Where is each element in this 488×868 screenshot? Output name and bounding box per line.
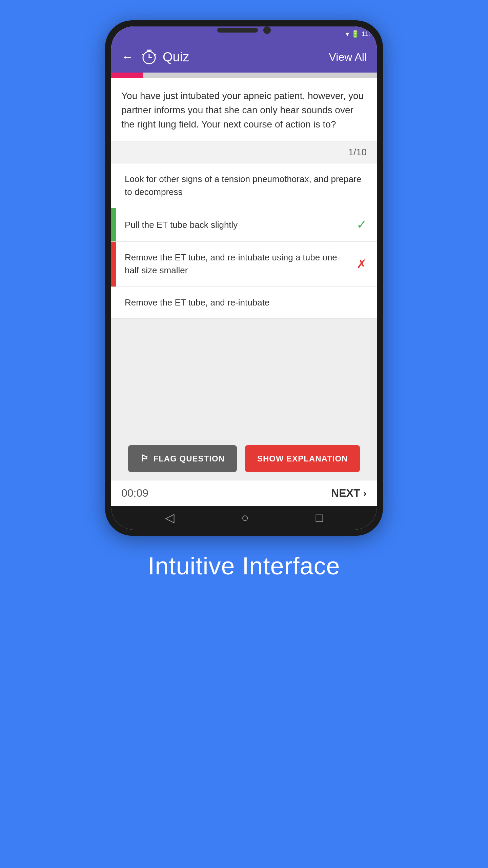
question-area: You have just intubated your apneic pati…	[111, 78, 377, 141]
back-nav-icon[interactable]: ◁	[165, 511, 175, 525]
phone-device: ▾ 🔋 11: ← Quiz View All	[105, 20, 383, 536]
nav-bar: ◁ ○ □	[111, 506, 377, 530]
answer-option-1[interactable]: Look for other signs of a tension pneumo…	[111, 163, 377, 208]
answer-sidebar-3	[111, 242, 116, 286]
answer-text-3: Remove the ET tube, and re-intubate usin…	[121, 251, 352, 277]
progress-bar-fill	[111, 73, 143, 78]
answers-container: Look for other signs of a tension pneumo…	[111, 163, 377, 319]
timer-text: 00:09	[121, 487, 148, 499]
timer-icon	[140, 48, 158, 66]
header-title: Quiz	[163, 50, 329, 64]
progress-bar-container	[111, 73, 377, 78]
show-explanation-button[interactable]: SHOW EXPLANATION	[245, 445, 360, 472]
wifi-icon: ▾	[346, 30, 349, 38]
bottom-buttons: 🏳 FLAG QUESTION SHOW EXPLANATION	[111, 437, 377, 480]
home-nav-icon[interactable]: ○	[241, 511, 249, 525]
bottom-text: Intuitive Interface	[148, 552, 340, 580]
status-icons: ▾ 🔋 11:	[346, 30, 370, 38]
view-all-button[interactable]: View All	[329, 51, 367, 63]
answer-text-4: Remove the ET tube, and re-intubate	[121, 296, 367, 309]
answer-count-bar: 1/10	[111, 141, 377, 163]
camera	[263, 26, 271, 34]
answer-text-2: Pull the ET tube back slightly	[121, 219, 352, 232]
answer-option-4[interactable]: Remove the ET tube, and re-intubate	[111, 287, 377, 319]
app-header: ← Quiz View All	[111, 41, 377, 73]
flag-question-button[interactable]: 🏳 FLAG QUESTION	[128, 445, 237, 472]
answer-sidebar-2	[111, 208, 116, 241]
correct-icon: ✓	[357, 218, 367, 232]
speaker	[217, 28, 258, 33]
back-button[interactable]: ←	[121, 50, 134, 64]
explanation-label: SHOW EXPLANATION	[257, 454, 348, 463]
empty-area	[111, 319, 377, 437]
next-button[interactable]: NEXT ›	[331, 487, 367, 499]
question-text: You have just intubated your apneic pati…	[121, 91, 364, 130]
timer-bar: 00:09 NEXT ›	[111, 480, 377, 506]
answer-text-1: Look for other signs of a tension pneumo…	[121, 173, 367, 198]
notch	[217, 26, 271, 34]
flag-label: FLAG QUESTION	[154, 454, 225, 463]
answer-option-3[interactable]: Remove the ET tube, and re-intubate usin…	[111, 242, 377, 287]
flag-icon: 🏳	[140, 453, 149, 464]
recents-nav-icon[interactable]: □	[316, 511, 323, 525]
time-text: 11:	[362, 31, 370, 38]
incorrect-icon: ✗	[357, 257, 367, 271]
battery-icon: 🔋	[351, 30, 360, 38]
answer-count: 1/10	[348, 147, 367, 157]
answer-option-2[interactable]: Pull the ET tube back slightly ✓	[111, 208, 377, 242]
phone-screen: ▾ 🔋 11: ← Quiz View All	[111, 26, 377, 530]
